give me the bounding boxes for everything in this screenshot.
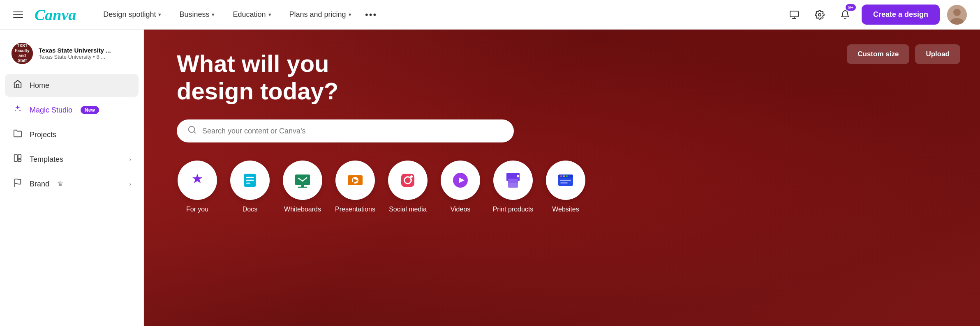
svg-line-12 [194, 132, 195, 133]
sidebar-item-home[interactable]: Home [5, 74, 139, 97]
svg-point-27 [410, 175, 413, 178]
svg-point-3 [818, 14, 821, 16]
chevron-down-icon: ▾ [349, 11, 351, 18]
nav-links: Design spotlight ▾ Business ▾ Education … [96, 6, 785, 24]
category-docs-label: Docs [243, 206, 257, 213]
category-docs-icon [230, 161, 270, 200]
category-presentations-label: Presentations [335, 206, 375, 213]
canva-logo[interactable]: Canva [35, 6, 76, 24]
svg-point-33 [517, 175, 519, 177]
brand-icon [12, 178, 23, 190]
svg-point-5 [953, 9, 961, 16]
sidebar-item-templates[interactable]: Templates › [5, 148, 139, 171]
main-layout: TXSTFaculty andStaff Texas State Univers… [0, 30, 980, 326]
org-section[interactable]: TXSTFaculty andStaff Texas State Univers… [5, 38, 139, 69]
sidebar-item-templates-label: Templates [30, 155, 63, 164]
category-whiteboards[interactable]: Whiteboards [282, 161, 323, 213]
org-sub: Texas State University • 8 ... [39, 54, 111, 60]
sidebar-item-home-label: Home [30, 81, 49, 90]
category-presentations[interactable]: ▶ Presentations [335, 161, 376, 213]
category-social-icon [388, 161, 428, 200]
org-info: Texas State University ... Texas State U… [39, 47, 111, 60]
svg-rect-32 [508, 179, 518, 183]
chevron-down-icon: ▾ [158, 11, 161, 18]
hero-title: What will you design today? [177, 50, 465, 105]
category-social-media[interactable]: Social media [387, 161, 428, 213]
category-foryou[interactable]: For you [177, 161, 218, 213]
home-icon [12, 80, 23, 91]
org-name: Texas State University ... [39, 47, 111, 54]
sidebar-item-brand-label: Brand [30, 180, 49, 188]
category-foryou-label: For you [186, 206, 208, 213]
category-whiteboards-icon [283, 161, 322, 200]
svg-rect-9 [18, 159, 21, 162]
nav-design-spotlight[interactable]: Design spotlight ▾ [96, 6, 169, 23]
nav-education[interactable]: Education ▾ [225, 6, 278, 23]
category-print-products[interactable]: Print products [492, 161, 534, 213]
category-docs[interactable]: Docs [229, 161, 270, 213]
svg-rect-40 [560, 182, 568, 184]
svg-rect-17 [295, 174, 310, 185]
hero-content: What will you design today? [177, 50, 955, 213]
notification-badge: 9+ [846, 4, 856, 11]
category-print-label: Print products [493, 206, 534, 213]
categories-row: For you Docs [177, 161, 955, 213]
category-foryou-icon [178, 161, 217, 200]
nav-more-button[interactable]: ••• [362, 6, 380, 24]
sidebar-item-brand[interactable]: Brand ♛ › [5, 172, 139, 195]
org-logo-text: TXSTFaculty andStaff [12, 44, 33, 63]
nav-right-actions: 9+ Create a design [785, 5, 967, 25]
category-websites-icon [546, 161, 585, 200]
category-videos-icon [441, 161, 480, 200]
user-avatar[interactable] [947, 5, 967, 25]
magic-studio-new-badge: New [81, 106, 99, 114]
search-input[interactable] [202, 127, 503, 135]
settings-icon-button[interactable] [811, 6, 829, 24]
svg-point-38 [566, 175, 568, 177]
display-icon-button[interactable] [785, 6, 803, 24]
org-logo: TXSTFaculty andStaff [12, 43, 33, 64]
custom-size-button[interactable]: Custom size [847, 44, 909, 64]
magic-studio-icon [12, 104, 23, 116]
svg-rect-0 [790, 11, 798, 17]
svg-point-36 [560, 175, 562, 177]
crown-icon: ♛ [58, 180, 63, 188]
category-websites-label: Websites [552, 206, 579, 213]
chevron-down-icon: ▾ [212, 11, 215, 18]
svg-rect-39 [560, 180, 571, 181]
category-whiteboards-label: Whiteboards [284, 206, 321, 213]
sidebar-item-projects-label: Projects [30, 131, 56, 139]
category-videos[interactable]: Videos [440, 161, 481, 213]
svg-point-37 [563, 175, 565, 177]
category-presentations-icon: ▶ [335, 161, 375, 200]
category-websites[interactable]: Websites [545, 161, 586, 213]
nav-business[interactable]: Business ▾ [172, 6, 222, 23]
hero-search-bar[interactable] [177, 119, 514, 142]
category-print-icon [493, 161, 533, 200]
search-icon [187, 125, 196, 137]
templates-chevron-icon: › [129, 156, 131, 163]
hero-section: Custom size Upload What will you design … [144, 30, 980, 326]
nav-plans-pricing[interactable]: Plans and pricing ▾ [282, 6, 359, 23]
notifications-icon-button[interactable]: 9+ [836, 6, 854, 24]
brand-chevron-icon: › [129, 181, 131, 187]
category-videos-label: Videos [451, 206, 471, 213]
sidebar-item-magic-studio-label: Magic Studio [30, 106, 72, 115]
templates-icon [12, 154, 23, 165]
topnav: Canva Design spotlight ▾ Business ▾ Educ… [0, 0, 980, 30]
sidebar: TXSTFaculty andStaff Texas State Univers… [0, 30, 144, 326]
svg-rect-8 [18, 155, 21, 158]
upload-button[interactable]: Upload [915, 44, 960, 64]
sidebar-item-projects[interactable]: Projects [5, 123, 139, 146]
svg-rect-7 [14, 155, 17, 162]
projects-icon [12, 129, 23, 140]
chevron-down-icon: ▾ [268, 11, 271, 18]
svg-text:▶: ▶ [353, 177, 358, 184]
hamburger-menu[interactable] [13, 11, 23, 18]
create-design-button[interactable]: Create a design [862, 5, 940, 25]
hero-top-right-actions: Custom size Upload [847, 44, 960, 64]
category-social-label: Social media [389, 206, 427, 213]
sidebar-item-magic-studio[interactable]: Magic Studio New [5, 99, 139, 122]
